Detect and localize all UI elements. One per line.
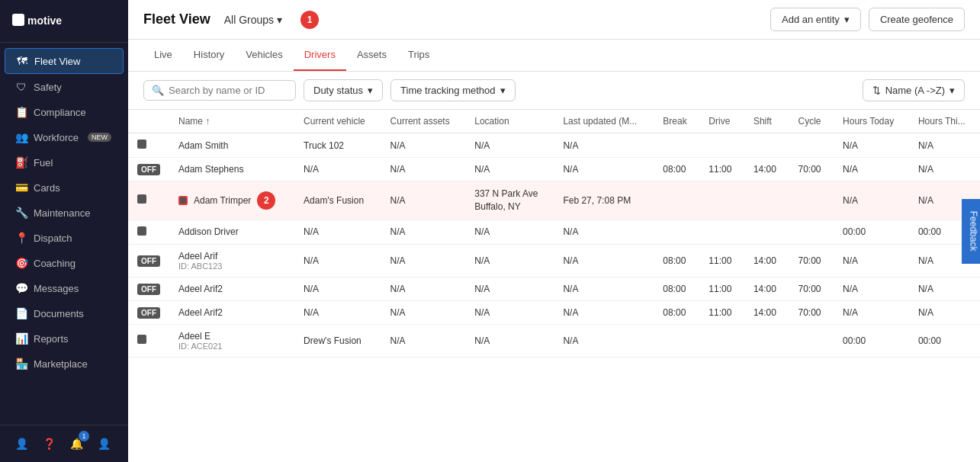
table-row[interactable]: Adam SmithTruck 102N/AN/AN/AN/AN/A [128, 133, 980, 158]
sidebar-item-dispatch[interactable]: 📍 Dispatch [5, 226, 124, 250]
cell-shift: 14:00 [744, 300, 789, 324]
sidebar-item-label: Marketplace [34, 358, 88, 370]
cell-cycle [789, 324, 834, 357]
drivers-table-container[interactable]: Name ↑Current vehicleCurrent assetsLocat… [128, 110, 980, 462]
cell-location: 337 N Park AveBuffalo, NY [465, 181, 554, 220]
tab-trips[interactable]: Trips [397, 40, 440, 71]
cell-current_vehicle: N/A [294, 158, 381, 181]
sidebar-item-label: Reports [34, 333, 69, 345]
status-dot [137, 194, 146, 204]
sort-button[interactable]: ⇅ Name (A ->Z) ▾ [863, 79, 965, 101]
sidebar-item-label: Fleet View [34, 56, 80, 67]
group-selector[interactable]: All Groups ▾ [218, 11, 288, 29]
driver-name-cell: Adeel EID: ACE021 [169, 324, 294, 357]
sidebar-item-workforce[interactable]: 👥 Workforce NEW [5, 125, 124, 149]
page-title: Fleet View [143, 11, 210, 27]
col-header-current_vehicle[interactable]: Current vehicle [294, 110, 381, 133]
status-dot [137, 226, 146, 236]
cell-break: 08:00 [654, 300, 699, 324]
sidebar-item-maintenance[interactable]: 🔧 Maintenance [5, 201, 124, 225]
sidebar-bottom-settings[interactable]: 👤 [93, 433, 114, 454]
col-header-hours_today[interactable]: Hours Today [834, 110, 909, 133]
table-row[interactable]: OFFAdeel Arif2N/AN/AN/AN/A08:0011:0014:0… [128, 300, 980, 324]
filters-bar: 🔍 Duty status ▾ Time tracking method ▾ ⇅… [128, 72, 980, 110]
cell-shift [744, 324, 789, 357]
sidebar-item-messages[interactable]: 💬 Messages [5, 276, 124, 300]
cell-cycle [789, 133, 834, 158]
driver-name-cell: Adam Trimper 2 [169, 181, 294, 220]
sidebar-bottom-notifications[interactable]: 🔔1 [66, 433, 87, 454]
table-row[interactable]: Addison DriverN/AN/AN/AN/A00:0000:00 [128, 220, 980, 244]
col-header-last_updated[interactable]: Last updated (M... [554, 110, 654, 133]
cell-current_vehicle: Truck 102 [294, 133, 381, 158]
cell-shift: 14:00 [744, 277, 789, 300]
duty-status-label: Duty status [313, 85, 363, 96]
cell-cycle [789, 181, 834, 220]
badge-new: NEW [88, 133, 111, 142]
col-header-cycle[interactable]: Cycle [789, 110, 834, 133]
cell-last_updated: N/A [554, 324, 654, 357]
safety-icon: 🛡 [15, 81, 27, 93]
tab-drivers[interactable]: Drivers [294, 40, 346, 71]
svg-text:motive: motive [27, 14, 62, 27]
sidebar-item-coaching[interactable]: 🎯 Coaching [5, 251, 124, 275]
driver-name: Addison Driver [178, 226, 285, 237]
search-icon: 🔍 [152, 85, 164, 96]
tab-vehicles[interactable]: Vehicles [235, 40, 293, 71]
driver-name-cell: Addison Driver [169, 220, 294, 244]
duty-status-filter[interactable]: Duty status ▾ [304, 79, 383, 101]
col-header-name[interactable]: Name ↑ [169, 110, 294, 133]
col-header-shift[interactable]: Shift [744, 110, 789, 133]
tab-history[interactable]: History [183, 40, 235, 71]
sidebar-item-marketplace[interactable]: 🏪 Marketplace [5, 351, 124, 376]
table-row[interactable]: Adeel EID: ACE021Drew's FusionN/AN/AN/A0… [128, 324, 980, 357]
main-content: Fleet View All Groups ▾ 1 Add an entity … [128, 0, 980, 462]
cell-last_updated: N/A [554, 158, 654, 181]
tab-assets[interactable]: Assets [346, 40, 397, 71]
driver-name: Adam Smith [178, 140, 285, 151]
tracking-method-filter[interactable]: Time tracking method ▾ [390, 79, 516, 101]
sidebar: motive 🗺 Fleet View 🛡 Safety 📋 Complianc… [0, 0, 128, 462]
table-row[interactable]: OFFAdam StephensN/AN/AN/AN/A08:0011:0014… [128, 158, 980, 181]
col-header-break[interactable]: Break [654, 110, 699, 133]
search-input[interactable] [169, 85, 288, 96]
cell-hours_today: 00:00 [834, 220, 909, 244]
cell-hours_this: N/A [909, 133, 980, 158]
sidebar-bottom-help[interactable]: ❓ [38, 433, 59, 454]
cell-break: 08:00 [654, 277, 699, 300]
feedback-button[interactable]: Feedback [962, 199, 980, 264]
table-row[interactable]: OFFAdeel ArifID: ABC123N/AN/AN/AN/A08:00… [128, 244, 980, 277]
sidebar-item-documents[interactable]: 📄 Documents [5, 301, 124, 326]
cell-hours_today: N/A [834, 277, 909, 300]
sidebar-item-fuel[interactable]: ⛽ Fuel [5, 150, 124, 175]
search-box[interactable]: 🔍 [143, 80, 296, 101]
table-row[interactable]: OFFAdeel Arif2N/AN/AN/AN/A08:0011:0014:0… [128, 277, 980, 300]
sidebar-item-cards[interactable]: 💳 Cards [5, 175, 124, 200]
cell-hours_today: 00:00 [834, 324, 909, 357]
sidebar-bottom-bar: 👤❓🔔1👤 [0, 425, 128, 462]
driver-name: Adeel ArifID: ABC123 [178, 251, 285, 271]
col-header-location[interactable]: Location [465, 110, 554, 133]
sidebar-bottom-profile[interactable]: 👤 [11, 433, 32, 454]
cell-last_updated: N/A [554, 300, 654, 324]
chevron-down-icon: ▾ [844, 14, 850, 25]
compliance-icon: 📋 [15, 106, 27, 118]
driver-name-cell: Adam Smith [169, 133, 294, 158]
sidebar-item-label: Safety [34, 82, 62, 93]
col-header-hours_this[interactable]: Hours Thi... [909, 110, 980, 133]
col-header-drive[interactable]: Drive [699, 110, 744, 133]
tab-live[interactable]: Live [143, 40, 183, 71]
sidebar-item-compliance[interactable]: 📋 Compliance [5, 100, 124, 124]
add-entity-button[interactable]: Add an entity ▾ [770, 8, 861, 31]
workforce-icon: 👥 [15, 131, 27, 143]
drivers-table: Name ↑Current vehicleCurrent assetsLocat… [128, 110, 980, 358]
cell-current_vehicle: N/A [294, 244, 381, 277]
table-row[interactable]: Adam Trimper 2 Adam's FusionN/A337 N Par… [128, 181, 980, 220]
create-geofence-button[interactable]: Create geofence [869, 8, 965, 31]
col-header-current_assets[interactable]: Current assets [381, 110, 466, 133]
sidebar-item-fleet-view[interactable]: 🗺 Fleet View [5, 48, 124, 74]
sidebar-item-reports[interactable]: 📊 Reports [5, 326, 124, 351]
sidebar-item-safety[interactable]: 🛡 Safety [5, 75, 124, 99]
cell-break: 08:00 [654, 244, 699, 277]
tracking-method-label: Time tracking method [400, 85, 496, 96]
